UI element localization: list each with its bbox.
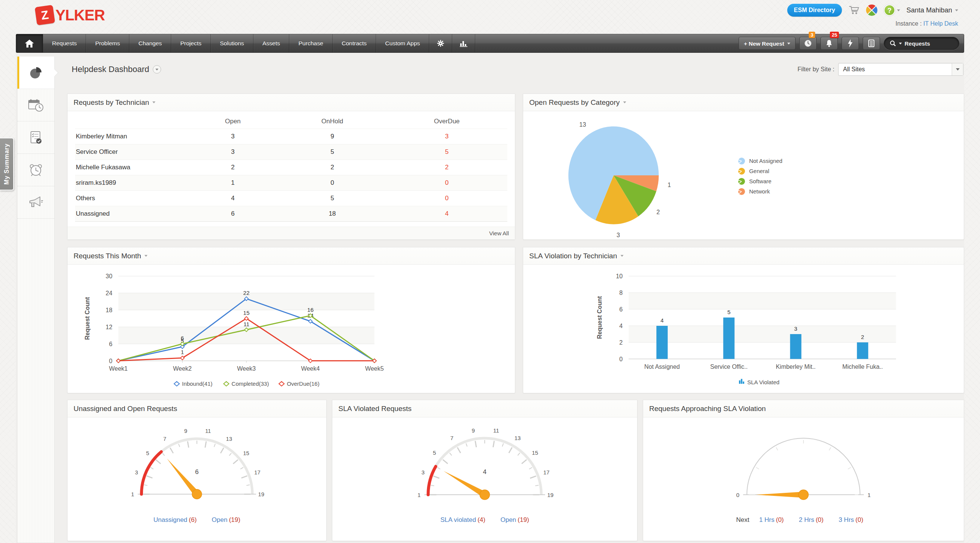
sidebar-item-tasks[interactable] [18,121,54,154]
panel-title-label: Requests Approaching SLA Violation [649,405,766,413]
panel-open-requests-by-category: Open Requests by Category 12313Not Assig… [523,94,964,240]
svg-text:10: 10 [616,273,623,279]
pending-count-badge: 3 [809,32,815,38]
table-row: Michelle Fukasawa222 [75,160,508,175]
panel-title-label: Open Requests by Category [529,98,620,107]
nav-item-assets[interactable]: Assets [253,34,290,52]
new-request-button[interactable]: + New Request [738,37,795,50]
gauge-svg: 01 [643,418,964,516]
kiosk-button[interactable] [863,37,880,50]
nav-item-reports[interactable] [452,34,475,52]
svg-text:3: 3 [135,470,138,475]
svg-text:Week1: Week1 [109,365,128,372]
pie-chart-svg: 12313Not AssignedGeneralSoftwareNetwork [523,111,964,240]
svg-text:4: 4 [483,468,486,475]
instance-row: Instance : IT Help Desk [787,21,958,27]
gauge-caption: Next1 Hrs(0)2 Hrs(0)3 Hrs(0) [736,516,870,524]
sidebar-item-scheduler[interactable] [18,89,54,121]
gauge-caption-item[interactable]: 2 Hrs(0) [799,516,824,523]
quick-actions-button[interactable] [842,37,859,50]
sidebar-item-reminders[interactable] [18,154,54,186]
gauge-caption-item[interactable]: Open(19) [501,516,529,523]
svg-text:3: 3 [422,469,424,475]
svg-text:17: 17 [254,470,260,475]
bar-chart-icon [460,40,468,47]
apps-wheel-icon[interactable] [864,2,880,18]
panel-title-requests-this-month[interactable]: Requests This Month [67,248,515,265]
nav-item-requests[interactable]: Requests [43,34,86,52]
nav-item-purchase[interactable]: Purchase [290,34,332,52]
svg-text:6: 6 [181,335,184,341]
col-onhold: OnHold [278,113,387,129]
table-row: Kimberley Mitman393 [75,129,508,144]
nav-item-contracts[interactable]: Contracts [333,34,376,52]
gauge-caption-item[interactable]: 1 Hrs(0) [759,516,783,523]
panel-title-open-requests-by-category[interactable]: Open Requests by Category [523,94,964,111]
esm-directory-button[interactable]: ESM Directory [787,4,842,17]
panel-title-unassigned-open: Unassigned and Open Requests [67,400,326,418]
logo-text: YLKER [56,7,105,24]
svg-text:Week4: Week4 [301,365,320,372]
svg-text:Completed(33): Completed(33) [232,381,269,387]
svg-text:11: 11 [205,428,211,434]
site-filter-select[interactable]: All Sites [838,63,963,76]
notifications-button[interactable]: 25 [821,37,838,50]
table-row: Unassigned6184 [75,206,508,222]
svg-text:Service Offic..: Service Offic.. [710,364,748,370]
svg-text:13: 13 [514,435,521,441]
svg-text:12: 12 [106,324,112,330]
pending-tasks-button[interactable]: 3 [799,37,817,50]
chevron-down-icon [623,102,626,103]
svg-text:Request Count: Request Count [597,296,603,339]
svg-text:6: 6 [619,306,623,313]
nav-item-custom-apps[interactable]: Custom Apps [376,34,429,52]
svg-text:Request Count: Request Count [84,297,91,340]
nav-item-projects[interactable]: Projects [171,34,211,52]
list-icon [868,39,875,48]
app-root: Z YLKER ESM Directory ? Santa Mahiban [0,0,980,543]
logo-z-icon: Z [35,5,55,25]
my-summary-tab[interactable]: My Summary [0,138,14,191]
nav-item-admin[interactable] [429,34,452,52]
cart-icon[interactable] [848,5,860,15]
sidebar-item-announcements[interactable] [18,186,54,219]
panel-sla-violated-requests: SLA Violated Requests 1357911131517194SL… [332,400,638,541]
search-input[interactable]: Requests [884,37,959,50]
my-summary-label: My Summary [3,143,10,185]
help-icon[interactable]: ? [884,5,895,16]
chevron-down-icon [897,10,900,11]
svg-text:4: 4 [660,317,663,324]
caption-prefix: Next [736,516,749,523]
top-header: Z YLKER ESM Directory ? Santa Mahiban [0,0,980,34]
line-chart-svg: 0612182430Week1Week2Week3Week4Week5Reque… [67,265,515,393]
gauge-caption: Unassigned(6)Open(19) [146,516,248,524]
sidebar-item-dashboard[interactable] [18,57,54,89]
gauge-caption-item[interactable]: Unassigned(6) [154,516,197,523]
panel-requests-by-technician: Requests by Technician Open OnHold OverD… [67,94,515,240]
user-menu[interactable]: Santa Mahiban [907,6,958,14]
nav-item-home[interactable] [16,34,43,52]
nav-item-problems[interactable]: Problems [86,34,129,52]
chevron-down-icon [787,43,790,44]
gauge-caption-item[interactable]: 3 Hrs(0) [838,516,863,523]
dashboard-select-button[interactable] [153,65,161,73]
svg-text:19: 19 [547,492,554,498]
task-list-icon [28,130,43,145]
nav-item-solutions[interactable]: Solutions [211,34,253,52]
svg-text:13: 13 [226,436,232,442]
calendar-clock-icon [27,98,44,113]
nav-item-changes[interactable]: Changes [129,34,171,52]
technician-table-body: Kimberley Mitman393Service Officer355Mic… [75,129,508,237]
gauge-caption-item[interactable]: SLA violated(4) [440,516,485,523]
panel-title-requests-by-technician[interactable]: Requests by Technician [67,94,515,111]
help-menu[interactable]: ? [884,5,900,16]
svg-text:1: 1 [181,349,184,355]
instance-link[interactable]: IT Help Desk [923,21,958,27]
gauge-caption-item[interactable]: Open(19) [212,516,240,523]
view-all-link[interactable]: View All [489,230,509,237]
chevron-down-icon [899,43,902,44]
panel-title-sla-violation[interactable]: SLA Violation by Technician [523,248,964,265]
svg-text:11: 11 [243,321,249,327]
svg-text:9: 9 [472,427,475,433]
svg-text:9: 9 [184,428,187,434]
